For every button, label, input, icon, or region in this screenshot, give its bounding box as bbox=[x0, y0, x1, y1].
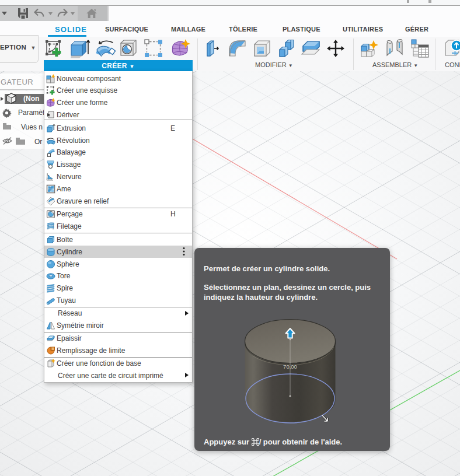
svg-text:70,00: 70,00 bbox=[283, 363, 297, 370]
